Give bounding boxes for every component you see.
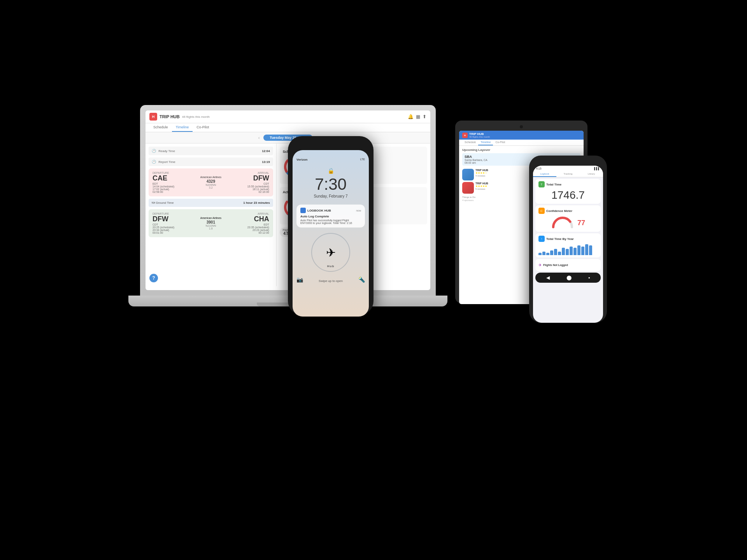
app-subtitle: 46 flights this month	[182, 115, 210, 119]
phone-lock-device: Verizon LTE 🔒 7:30 Sunday, February 7 LO…	[288, 136, 374, 315]
total-time-year-icon: ↑	[538, 236, 545, 242]
total-time-year-widget: ↑ Total Time By Year	[535, 233, 601, 257]
bar	[566, 249, 569, 255]
app-logo: H	[149, 113, 157, 121]
share-icon[interactable]: ⬆	[423, 114, 426, 119]
scene: H TRIP HUB 46 flights this month 🔔 ▦ ⬆ S…	[140, 105, 607, 455]
ready-time-label: 🕐 Ready Time	[152, 149, 175, 153]
clock-icon: 🕐	[152, 149, 156, 153]
phone-app-bezel: 4:15 ▌▌▌ Logbook Tracking Library T Tota…	[529, 156, 607, 323]
tablet-tab-copilot[interactable]: Co-Pilot	[493, 140, 507, 145]
app-thumb-2	[462, 182, 474, 194]
bar	[542, 252, 545, 255]
tablet-title-group: TRIP HUB 46 flights this month	[469, 132, 490, 138]
alert-icon[interactable]: 🔔	[408, 114, 414, 119]
confidence-icon: C	[538, 208, 545, 214]
total-time-header: T Total Time	[538, 181, 598, 187]
bar	[570, 247, 573, 255]
plane-icon: ✈	[326, 246, 336, 259]
total-time-year-header: ↑ Total Time By Year	[538, 236, 598, 242]
bar-chart	[538, 243, 598, 255]
bar	[581, 247, 584, 255]
prev-date-btn[interactable]: ‹	[258, 136, 260, 140]
flight1-diff: 02:58:00	[153, 191, 198, 193]
nav-home-btn[interactable]: ⬤	[566, 275, 572, 280]
phone-tab-logbook[interactable]: Logbook	[533, 172, 556, 177]
app-left-panel: 🕐 Ready Time 12:04 🕐 Report Time 13:1	[146, 144, 277, 286]
phone-app-device: 4:15 ▌▌▌ Logbook Tracking Library T Tota…	[529, 156, 607, 323]
flight1-arr: ARRIVAL DFW CDT 15:55 (scheduled) 18:11 …	[224, 172, 269, 193]
flight1-actual: 17:02 (actual)	[153, 188, 198, 191]
grid-icon[interactable]: ▦	[416, 114, 420, 119]
tablet-logo: H	[462, 133, 468, 138]
confidence-widget: C Confidence Meter 77	[535, 205, 601, 232]
bar	[585, 244, 588, 255]
flights-not-logged: ✈ Flights Not Logged	[538, 261, 598, 269]
report-time-label: 🕐 Report Time	[152, 160, 175, 164]
tablet-tab-timeline[interactable]: Timeline	[478, 140, 493, 145]
bar	[554, 249, 557, 255]
flight2-arr: ARRIVAL CHA EDT 23:35 (scheduled) 23:23 …	[224, 212, 269, 234]
tablet-tabs: Schedule Timeline Co-Pilot	[459, 140, 584, 146]
ground-value: 1 hour 23 minutes	[243, 201, 270, 205]
notif-header: LOGBOOK HUB now	[300, 208, 361, 213]
phone-notch	[315, 141, 346, 147]
tab-schedule[interactable]: Schedule	[149, 123, 172, 132]
total-time-value: 1746.7	[538, 189, 598, 201]
flight-card-2-inner: DEPARTURE DFW CDT 20:25 (scheduled) 20:3…	[149, 209, 273, 237]
swipe-hint: Swipe up to open	[319, 279, 343, 283]
header-icons: 🔔 ▦ ⬆	[408, 114, 426, 119]
total-time-icon: T	[538, 181, 545, 187]
tablet-header: H TRIP HUB 46 flights this month	[459, 131, 584, 140]
confidence-gauge-row: 77	[538, 215, 598, 229]
notif-app-icon	[300, 208, 306, 213]
tablet-camera	[520, 125, 523, 128]
phone-status-bar: 4:15 ▌▌▌	[533, 166, 603, 172]
bar	[589, 245, 592, 255]
camera-icon[interactable]: 📷	[296, 276, 303, 283]
tablet-tab-schedule[interactable]: Schedule	[462, 140, 478, 145]
flight1-center: American Airlines 4329 N209NN 3.2	[200, 176, 221, 189]
notification-card: LOGBOOK HUB now Auto Log Complete Auto P…	[296, 205, 365, 228]
gauge-svg	[551, 215, 574, 229]
app-title: TRIP HUB	[160, 114, 180, 119]
confidence-header: C Confidence Meter	[538, 208, 598, 214]
app-tabs: Schedule Timeline Co-Pilot	[146, 123, 430, 132]
flight-card-2: DEPARTURE DFW CDT 20:25 (scheduled) 20:3…	[149, 209, 273, 237]
phone-bottom-nav: ◀ ⬤ ▪	[535, 273, 601, 283]
phone-time: 4:15	[536, 167, 542, 170]
bar	[573, 248, 577, 255]
flight-card-1-inner: DEPARTURE CAE EDT 14:04 (scheduled) 17:0…	[149, 168, 273, 196]
tab-copilot[interactable]: Co-Pilot	[193, 123, 213, 132]
report-time-value: 13:19	[262, 160, 270, 164]
total-time-widget: T Total Time 1746.7	[535, 179, 601, 204]
plane-widget: ✈ Hub	[311, 233, 350, 272]
ready-time-row: 🕐 Ready Time 12:04	[149, 147, 273, 155]
app-thumb-1	[462, 169, 474, 180]
flight2-dep: DEPARTURE DFW CDT 20:25 (scheduled) 20:3…	[153, 212, 198, 234]
flight1-sched: 14:04 (scheduled)	[153, 185, 198, 188]
hub-label: Hub	[327, 264, 335, 268]
phone-lock-bezel: Verizon LTE 🔒 7:30 Sunday, February 7 LO…	[288, 136, 374, 315]
flashlight-icon[interactable]: 🔦	[358, 276, 365, 283]
flight1-tz: EDT	[153, 182, 198, 185]
nav-recent-btn[interactable]: ▪	[588, 275, 590, 280]
bar	[538, 253, 542, 255]
report-time-row: 🕐 Report Time 13:19	[149, 158, 273, 166]
tab-timeline[interactable]: Timeline	[172, 123, 193, 132]
bar	[562, 248, 565, 255]
help-button[interactable]: ?	[149, 274, 158, 282]
ground-time-row: 🍽 Ground Time 1 hour 23 minutes	[149, 199, 273, 207]
app-header: H TRIP HUB 46 flights this month 🔔 ▦ ⬆	[146, 110, 430, 123]
phone-app-screen: 4:15 ▌▌▌ Logbook Tracking Library T Tota…	[533, 166, 603, 323]
flights-not-logged-widget: ✈ Flights Not Logged	[535, 259, 601, 271]
phone-tab-tracking[interactable]: Tracking	[556, 172, 580, 177]
clock2-icon: 🕐	[152, 160, 156, 164]
phone-tab-library[interactable]: Library	[580, 172, 603, 177]
nav-back-btn[interactable]: ◀	[546, 275, 550, 280]
lock-icon: 🔒	[328, 168, 334, 174]
ground-label: 🍽 Ground Time	[152, 201, 174, 205]
phone-app-notch	[556, 159, 580, 164]
lock-status-bar: Verizon LTE	[296, 158, 365, 161]
lock-bottom-row: 📷 Swipe up to open 🔦	[296, 276, 365, 283]
